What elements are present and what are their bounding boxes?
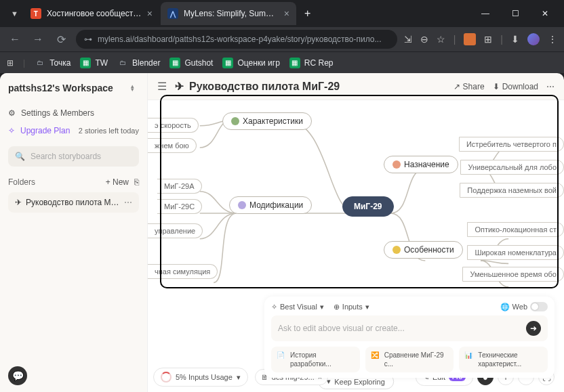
new-tab-button[interactable]: + <box>298 7 317 20</box>
mindmap-branch-node[interactable]: Назначение <box>384 156 458 173</box>
share-icon: ↗ <box>454 82 460 91</box>
download-icon[interactable]: ⬇ <box>511 34 519 45</box>
mindmap-branch-node[interactable]: Особенности <box>384 241 463 259</box>
inputs-usage-pill[interactable]: 5% Inputs Usage ▾ <box>153 368 248 387</box>
bookmarks-bar: ⊞ | 🗀Точка ▦TW 🗀Blender ▦Gutshot ▦Оценки… <box>0 51 564 73</box>
close-window-button[interactable]: ✕ <box>531 3 559 24</box>
document-icon: 📄 <box>277 351 286 360</box>
zoom-icon[interactable]: ⊖ <box>420 34 428 45</box>
suggestion-chip[interactable]: 🔀Сравнение МиГ-29 с... <box>365 347 454 372</box>
chevron-down-icon: ▾ <box>237 373 241 382</box>
search-input[interactable]: 🔍 Search storyboards <box>8 146 139 167</box>
mindmap-branch-node[interactable]: Модификации <box>229 196 312 214</box>
best-visual-dropdown[interactable]: ✧Best Visual▾ <box>271 303 324 311</box>
suggestion-chip[interactable]: 📊Технические характерист... <box>459 347 548 372</box>
chat-icon: 💬 <box>12 370 24 381</box>
maximize-button[interactable]: ☐ <box>502 3 529 24</box>
web-toggle[interactable]: 🌐Web <box>500 302 548 311</box>
send-button[interactable]: ➜ <box>526 321 541 336</box>
extension-icon[interactable] <box>464 33 476 45</box>
bookmark-item[interactable]: ▦Gutshot <box>169 58 213 68</box>
bookmark-item[interactable]: ▦TW <box>80 58 108 68</box>
bookmark-item[interactable]: ▦RC Rep <box>289 58 334 68</box>
usage-circle-icon <box>161 372 172 383</box>
install-app-icon[interactable]: ⇲ <box>404 34 412 45</box>
download-button[interactable]: ⬇Download <box>493 82 538 91</box>
bookmark-item[interactable]: ▦Оценки игр <box>222 58 279 68</box>
workspace-switcher[interactable]: ▴▾ <box>131 85 139 91</box>
star-icon[interactable]: ☆ <box>437 34 445 45</box>
sparkle-icon: ✧ <box>8 126 15 135</box>
plane-icon: ✈ <box>15 198 22 207</box>
mindmap-leaf[interactable]: э скорость <box>148 118 199 133</box>
close-icon[interactable]: × <box>284 8 289 19</box>
tab-list-dropdown[interactable]: ▼ <box>7 9 22 18</box>
folders-label: Folders <box>8 177 35 187</box>
help-button[interactable]: 💬 <box>8 366 27 385</box>
favicon-icon: ⋀ <box>167 8 178 19</box>
page-title: Руководство пилота МиГ-29 <box>189 81 340 93</box>
site-info-icon[interactable]: ⊶ <box>84 35 92 44</box>
reload-button[interactable]: ⟳ <box>53 33 69 46</box>
mindmap-center-node[interactable]: МиГ-29 <box>342 196 394 217</box>
mindmap-leaf[interactable]: Поддержка наземных вой <box>460 183 564 198</box>
mindmap-leaf[interactable]: Оптико-локационная ст <box>467 222 564 237</box>
close-icon[interactable]: × <box>147 8 153 19</box>
back-button[interactable]: ← <box>7 33 23 45</box>
gear-icon: ⚙ <box>8 108 16 118</box>
minimize-button[interactable]: — <box>472 3 499 24</box>
globe-icon: 🌐 <box>500 303 510 311</box>
mindmap-leaf[interactable]: Широкая номенклатура <box>467 245 564 260</box>
browser-tab-1[interactable]: ⋀ MyLens: Simplify, Summarize, a × <box>161 2 296 25</box>
mindmap-leaf[interactable]: МиГ-29А <box>157 179 202 194</box>
mindmap-leaf[interactable]: управление <box>148 223 203 238</box>
window-titlebar: ▼ T Хостинговое сообщество «Tim × ⋀ MyLe… <box>0 0 564 27</box>
new-folder-button[interactable]: + New <box>106 177 129 187</box>
tab-title: MyLens: Simplify, Summarize, a <box>184 9 279 18</box>
node-icon <box>392 160 401 169</box>
mindmap-leaf[interactable]: Истребитель четвертого п <box>459 137 564 152</box>
mindmap-leaf[interactable]: Уменьшенное время обо <box>462 267 564 282</box>
workspace-title: pattshs12's Workspace <box>8 83 113 93</box>
settings-link[interactable]: ⚙ Settings & Members <box>8 104 139 122</box>
chart-icon: 📊 <box>464 351 474 360</box>
browser-toolbar: ← → ⟳ ⊶ mylens.ai/dashboard/pattshs12s-w… <box>0 27 564 51</box>
favicon-icon: T <box>31 8 41 19</box>
prompt-panel: ✧Best Visual▾ ⊕Inputs▾ 🌐Web Ask to edit … <box>264 297 555 378</box>
address-bar[interactable]: ⊶ mylens.ai/dashboard/pattshs12s-workspa… <box>76 30 397 49</box>
plane-icon: ✈ <box>175 80 184 93</box>
node-icon <box>392 246 401 254</box>
inputs-dropdown[interactable]: ⊕Inputs▾ <box>334 303 369 311</box>
sidebar: pattshs12's Workspace ▴▾ ⚙ Settings & Me… <box>0 73 148 392</box>
stories-left-label: 2 stories left today <box>79 127 139 135</box>
mindmap-leaf[interactable]: Универсальный для лобо <box>460 160 564 175</box>
mindmap-leaf[interactable]: жнем бою <box>148 138 197 153</box>
download-icon: ⬇ <box>493 82 500 91</box>
story-item[interactable]: ✈ Руководство пилота МиГ-29 ⋯ <box>8 192 139 213</box>
suggestion-chip[interactable]: 📄История разработки... <box>271 347 360 372</box>
more-icon[interactable]: ⋯ <box>124 198 132 207</box>
menu-toggle-icon[interactable]: ☰ <box>157 80 167 93</box>
new-page-icon[interactable]: ⎘ <box>134 177 139 187</box>
plus-circle-icon: ⊕ <box>334 303 340 311</box>
profile-avatar[interactable] <box>527 33 540 45</box>
mindmap-branch-node[interactable]: Характеристики <box>222 112 312 130</box>
url-text: mylens.ai/dashboard/pattshs12s-workspace… <box>98 35 389 44</box>
upgrade-link[interactable]: ✧ Upgrade Plan <box>8 122 70 139</box>
tab-title: Хостинговое сообщество «Tim <box>47 9 142 18</box>
bookmark-folder[interactable]: 🗀Точка <box>35 58 70 68</box>
forward-button[interactable]: → <box>30 33 46 45</box>
browser-tab-0[interactable]: T Хостинговое сообщество «Tim × <box>24 2 159 25</box>
prompt-input[interactable]: Ask to edit above visual or create... ➜ <box>271 315 548 341</box>
sparkle-icon: ✧ <box>271 303 277 311</box>
bookmark-folder[interactable]: 🗀Blender <box>117 58 160 68</box>
compare-icon: 🔀 <box>371 351 380 360</box>
search-icon: 🔍 <box>15 152 25 161</box>
apps-icon[interactable]: ⊞ <box>7 58 14 68</box>
mindmap-leaf[interactable]: чная симуляция <box>148 264 218 279</box>
menu-icon[interactable]: ⋮ <box>548 34 557 45</box>
more-icon[interactable]: ⋯ <box>546 82 555 91</box>
share-button[interactable]: ↗Share <box>454 82 485 91</box>
mindmap-leaf[interactable]: МиГ-29С <box>157 199 202 214</box>
extensions-icon[interactable]: ⊞ <box>484 34 492 45</box>
